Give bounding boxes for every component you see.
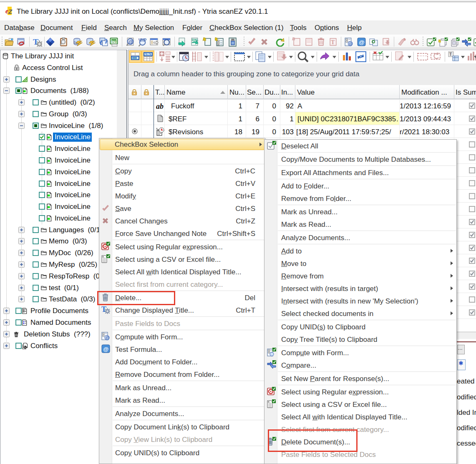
svg-text:INI: INI xyxy=(111,40,116,44)
svg-text:T: T xyxy=(331,39,335,45)
svg-text:DXL: DXL xyxy=(192,38,199,42)
svg-text:Z: Z xyxy=(8,8,13,15)
svg-text:T: T xyxy=(449,52,452,57)
svg-text:@: @ xyxy=(106,336,110,340)
svg-text:@: @ xyxy=(349,41,353,46)
svg-text:@: @ xyxy=(103,346,109,352)
svg-text:@: @ xyxy=(128,39,133,44)
svg-text:@: @ xyxy=(359,39,364,45)
